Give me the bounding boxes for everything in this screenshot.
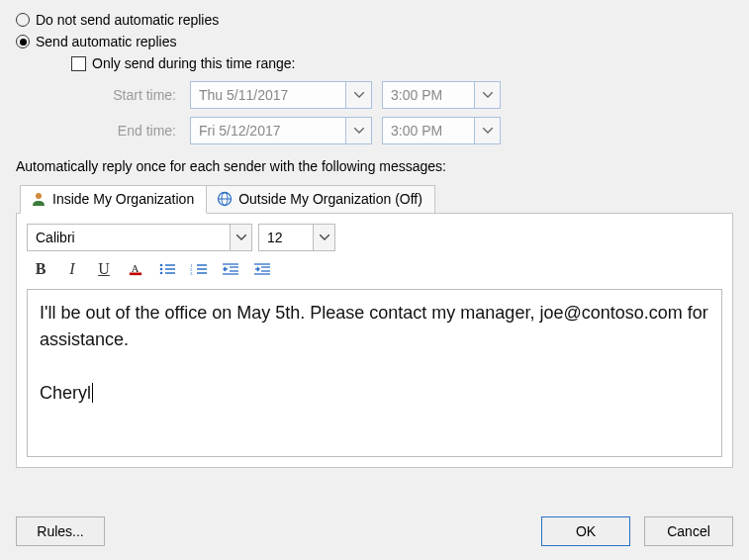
start-date-combo[interactable]: Thu 5/11/2017 — [190, 81, 372, 109]
end-time-value: 3:00 PM — [382, 117, 475, 144]
radio-send-label: Send automatic replies — [36, 34, 176, 49]
cancel-button[interactable]: Cancel — [644, 516, 733, 546]
time-range-grid: Start time: Thu 5/11/2017 3:00 PM End ti… — [91, 81, 733, 144]
format-toolbar: B I U A 123 — [27, 257, 722, 281]
section-label: Automatically reply once for each sender… — [16, 158, 733, 174]
bold-button[interactable]: B — [27, 257, 54, 281]
message-line: Cheryl — [40, 380, 709, 407]
svg-point-8 — [160, 268, 163, 271]
end-date-combo[interactable]: Fri 5/12/2017 — [190, 117, 372, 144]
chevron-down-icon[interactable] — [230, 225, 251, 250]
editor-panel: Calibri 12 B I U A 123 — [16, 213, 733, 468]
svg-text:3: 3 — [190, 271, 193, 276]
tab-inside-label: Inside My Organization — [52, 191, 194, 207]
chevron-down-icon[interactable] — [475, 81, 501, 109]
decrease-indent-button[interactable] — [217, 257, 244, 281]
rules-button[interactable]: Rules... — [16, 516, 105, 546]
globe-icon — [217, 191, 233, 207]
tab-inside-organization[interactable]: Inside My Organization — [20, 185, 207, 214]
svg-rect-5 — [130, 273, 141, 276]
time-range-checkbox[interactable]: Only send during this time range: — [71, 55, 733, 71]
dialog-button-row: Rules... OK Cancel — [16, 516, 733, 546]
radio-icon-selected — [16, 35, 30, 48]
tab-strip: Inside My Organization Outside My Organi… — [20, 184, 733, 213]
font-name-select[interactable]: Calibri — [27, 224, 252, 251]
radio-do-not-send-label: Do not send automatic replies — [36, 12, 219, 28]
message-line — [40, 353, 709, 380]
tab-outside-label: Outside My Organization (Off) — [238, 191, 422, 207]
checkbox-icon — [71, 56, 86, 71]
ok-button[interactable]: OK — [541, 516, 630, 546]
italic-button[interactable]: I — [58, 257, 86, 281]
time-range-checkbox-label: Only send during this time range: — [92, 55, 295, 71]
svg-point-10 — [160, 272, 163, 275]
font-name-value: Calibri — [28, 225, 230, 250]
start-time-value: 3:00 PM — [382, 81, 475, 109]
end-time-combo[interactable]: 3:00 PM — [382, 117, 501, 144]
font-color-button[interactable]: A — [122, 257, 149, 281]
radio-do-not-send[interactable]: Do not send automatic replies — [16, 12, 733, 28]
svg-text:A: A — [132, 263, 140, 274]
chevron-down-icon[interactable] — [346, 81, 372, 109]
svg-point-0 — [36, 193, 42, 199]
numbered-list-button[interactable]: 123 — [185, 257, 213, 281]
automatic-replies-dialog: Do not send automatic replies Send autom… — [0, 0, 749, 560]
increase-indent-button[interactable] — [248, 257, 276, 281]
font-row: Calibri 12 — [27, 224, 722, 251]
message-textarea[interactable]: I'll be out of the office on May 5th. Pl… — [27, 289, 722, 457]
user-inside-icon — [31, 191, 47, 207]
chevron-down-icon[interactable] — [346, 117, 372, 144]
start-time-label: Start time: — [91, 87, 180, 103]
radio-icon — [16, 13, 30, 27]
chevron-down-icon[interactable] — [475, 117, 501, 144]
radio-send[interactable]: Send automatic replies — [16, 34, 733, 49]
font-size-value: 12 — [259, 225, 313, 250]
message-line: I'll be out of the office on May 5th. Pl… — [40, 300, 709, 353]
start-time-combo[interactable]: 3:00 PM — [382, 81, 501, 109]
underline-button[interactable]: U — [90, 257, 118, 281]
end-time-label: End time: — [91, 123, 180, 139]
end-date-value: Fri 5/12/2017 — [190, 117, 346, 144]
tab-outside-organization[interactable]: Outside My Organization (Off) — [206, 185, 435, 214]
svg-point-6 — [160, 264, 163, 267]
font-size-select[interactable]: 12 — [258, 224, 335, 251]
chevron-down-icon[interactable] — [313, 225, 334, 250]
bullet-list-button[interactable] — [153, 257, 181, 281]
start-date-value: Thu 5/11/2017 — [190, 81, 346, 109]
